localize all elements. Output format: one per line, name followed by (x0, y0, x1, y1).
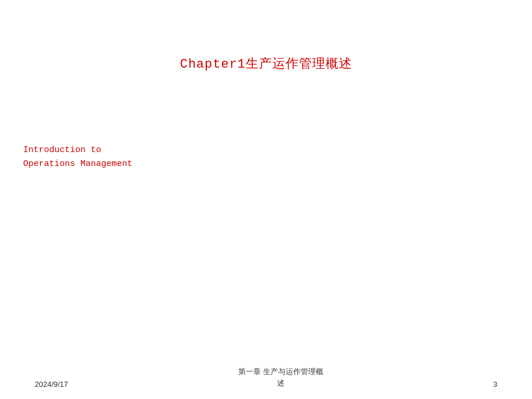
footer-chapter-line1: 第一章 生产与运作管理概 (238, 366, 323, 378)
slide-title: Chapter1生产运作管理概述 (0, 55, 532, 72)
slide-subtitle: Introduction to Operations Management (23, 143, 132, 171)
footer-date: 2024/9/17 (35, 380, 68, 389)
slide-container: Chapter1生产运作管理概述 Introduction to Operati… (0, 0, 532, 399)
slide-footer: 2024/9/17 第一章 生产与运作管理概 述 3 (0, 366, 532, 389)
footer-page: 3 (493, 380, 497, 389)
footer-chapter: 第一章 生产与运作管理概 述 (238, 366, 323, 389)
subtitle-line2: Operations Management (23, 157, 132, 171)
footer-chapter-line2: 述 (238, 378, 323, 389)
subtitle-line1: Introduction to (23, 143, 132, 157)
